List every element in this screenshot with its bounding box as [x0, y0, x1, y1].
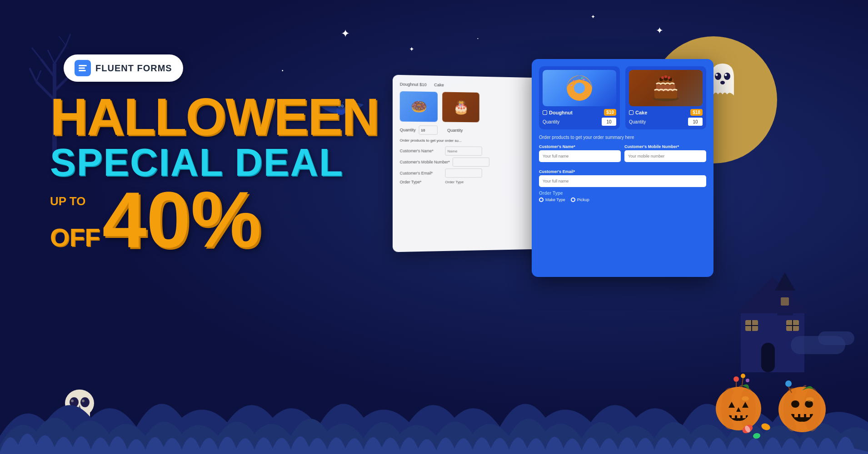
product-item-doughnut: Doughnut $10 Quantity 10	[539, 66, 620, 129]
svg-rect-77	[794, 414, 798, 417]
back-name-label: Customer's Name*	[400, 148, 442, 153]
sparkle-icon: ✦	[656, 25, 663, 36]
radio-pickup	[571, 197, 575, 202]
order-type-label: Order Type	[539, 191, 706, 196]
doughnut-label: Doughnut	[543, 110, 573, 115]
order-type-options: Make Type Pickup	[539, 197, 706, 202]
order-type-group: Order Type Make Type Pickup	[539, 191, 706, 202]
back-cake-checkbox-label: Cake	[434, 83, 444, 88]
product-grid: Doughnut $10 Quantity 10	[539, 66, 706, 129]
customers-name-input[interactable]	[539, 150, 621, 162]
candy-decoration	[741, 415, 777, 445]
back-quantity-label2: Quantity	[447, 128, 463, 133]
svg-point-75	[791, 400, 799, 408]
sparkle-icon: ✦	[591, 14, 595, 20]
back-doughnut-checkbox-label: Doughnut $10	[400, 82, 427, 87]
email-field-group: Customer's Email*	[539, 169, 706, 187]
back-quantity-input[interactable]	[419, 125, 437, 135]
sparkle-icon: ✦	[341, 27, 350, 40]
svg-line-59	[742, 378, 743, 388]
svg-point-55	[733, 376, 739, 382]
svg-rect-89	[79, 70, 86, 71]
svg-line-11	[66, 34, 70, 45]
order-type-make[interactable]: Make Type	[539, 197, 565, 202]
back-mobile-input[interactable]	[453, 158, 489, 167]
customers-email-input[interactable]	[539, 175, 706, 187]
back-email-label: Customer's Email*	[400, 171, 442, 175]
back-doughnut-image: 🍩	[400, 91, 438, 122]
customers-mobile-label: Customer's Mobile Number*	[624, 144, 706, 149]
customers-name-label: Customer's Name*	[539, 144, 621, 149]
svg-point-42	[720, 81, 725, 84]
back-quantity-label: Quantity	[400, 128, 416, 133]
doughnut-quantity-display[interactable]: 10	[602, 118, 616, 126]
cake-quantity-row: Quantity 10	[629, 118, 703, 126]
svg-line-10	[55, 45, 66, 64]
svg-point-107	[668, 76, 670, 79]
logo-text: FLUENT FORMS	[95, 63, 172, 74]
up-to-text: UP TO	[50, 195, 100, 207]
forms-showcase: Doughnut $10 Cake 🍩 🎂 Quantity Quantity …	[404, 59, 713, 286]
svg-point-91	[574, 83, 585, 94]
svg-rect-87	[79, 65, 87, 66]
svg-rect-67	[732, 415, 735, 418]
order-summary-text: Order products to get your order summary…	[539, 135, 706, 140]
back-email-input[interactable]	[445, 168, 482, 178]
svg-rect-79	[806, 414, 810, 417]
svg-line-3	[30, 68, 36, 82]
cake-label: Cake	[629, 110, 647, 115]
sparkle-icon: •	[477, 36, 479, 40]
svg-line-13	[48, 50, 55, 64]
sparkle-icon: ✦	[409, 45, 414, 53]
cloud-decoration	[818, 331, 854, 345]
back-ordertype-value: Order Type	[445, 180, 464, 184]
sparkle-icon: •	[282, 68, 284, 73]
svg-rect-99	[654, 90, 677, 99]
svg-point-39	[724, 73, 730, 80]
doughnut-image	[543, 70, 616, 106]
svg-point-105	[661, 76, 664, 79]
discount-number: 40%	[102, 184, 261, 256]
svg-line-8	[41, 59, 55, 77]
name-mobile-row: Customer's Name* Customer's Mobile Numbe…	[539, 144, 706, 166]
cake-price: $18	[690, 109, 703, 116]
cake-quantity-display[interactable]: 10	[688, 118, 703, 126]
cake-checkbox[interactable]	[629, 110, 634, 115]
back-name-input[interactable]	[445, 146, 482, 155]
svg-point-74	[803, 388, 821, 431]
svg-point-85	[760, 422, 771, 431]
svg-point-86	[753, 433, 761, 439]
svg-line-4	[36, 70, 41, 82]
cake-image	[629, 70, 703, 106]
off-text: OFF	[50, 225, 100, 250]
svg-point-80	[806, 397, 814, 402]
doughnut-emoji	[543, 70, 616, 106]
doughnut-checkbox[interactable]	[543, 110, 547, 115]
svg-point-106	[664, 75, 667, 78]
svg-rect-68	[737, 415, 740, 418]
order-type-pickup[interactable]: Pickup	[571, 197, 589, 202]
svg-point-56	[741, 374, 745, 378]
doughnut-price: $10	[604, 109, 616, 116]
svg-point-81	[785, 380, 792, 387]
fluent-forms-logo[interactable]: FLUENT FORMS	[64, 54, 183, 82]
svg-rect-88	[79, 68, 85, 69]
logo-icon	[75, 60, 91, 76]
product-item-cake: Cake $18 Quantity 10	[625, 66, 706, 129]
back-ordertype-label: Order Type*	[400, 180, 442, 185]
svg-marker-17	[775, 272, 795, 291]
svg-point-41	[725, 74, 727, 76]
svg-point-57	[746, 379, 749, 382]
svg-line-9	[32, 48, 41, 59]
customers-mobile-input[interactable]	[624, 150, 706, 162]
customers-email-label: Customer's Email*	[539, 169, 706, 174]
headline-section: HALLOWEEN SPECIAL DEAL UP TO OFF 40%	[50, 91, 368, 256]
halloween-title: HALLOWEEN	[50, 91, 368, 143]
svg-point-70	[742, 396, 749, 401]
svg-marker-15	[736, 277, 809, 313]
svg-rect-21	[781, 297, 789, 306]
svg-line-12	[59, 36, 66, 45]
cake-emoji	[629, 70, 703, 106]
svg-point-38	[715, 73, 721, 80]
svg-rect-78	[800, 414, 804, 417]
